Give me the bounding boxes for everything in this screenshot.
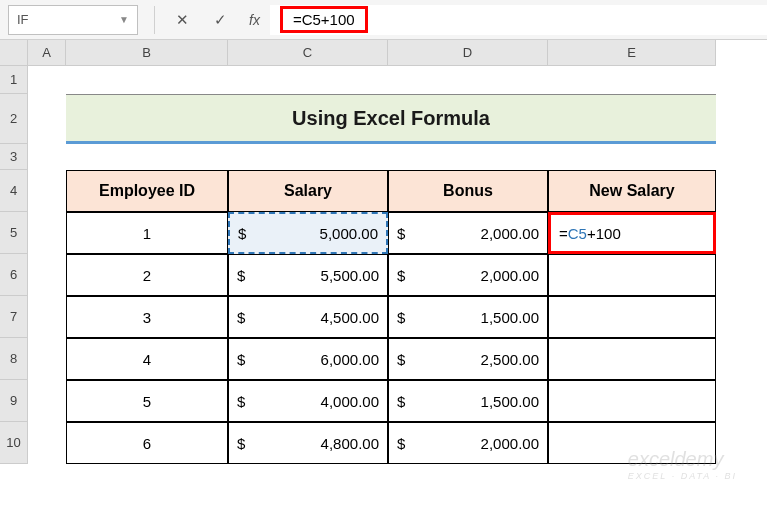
table-header-b[interactable]: Employee ID — [66, 170, 228, 212]
cell-b10[interactable]: 6 — [66, 422, 228, 464]
row-header-6[interactable]: 6 — [0, 254, 28, 296]
row-headers: 12345678910 — [0, 66, 28, 464]
cell-e8[interactable] — [548, 338, 716, 380]
name-box-value: IF — [17, 12, 29, 27]
formula-bar: IF ▼ ✕ ✓ fx =C5+100 — [0, 0, 767, 40]
formula-highlight: =C5+100 — [280, 6, 368, 33]
table-header-c[interactable]: Salary — [228, 170, 388, 212]
grid-area: 12345678910 ABCDE Using Excel FormulaEmp… — [0, 40, 767, 511]
row-header-3[interactable]: 3 — [0, 144, 28, 170]
cell-e6[interactable] — [548, 254, 716, 296]
cell-c8[interactable]: $6,000.00 — [228, 338, 388, 380]
cell-e10[interactable] — [548, 422, 716, 464]
cell-b7[interactable]: 3 — [66, 296, 228, 338]
left-col: 12345678910 — [0, 40, 28, 511]
row-header-8[interactable]: 8 — [0, 338, 28, 380]
cell-c9[interactable]: $4,000.00 — [228, 380, 388, 422]
row-header-9[interactable]: 9 — [0, 380, 28, 422]
cell-c5[interactable]: $5,000.00 — [228, 212, 388, 254]
cancel-icon[interactable]: ✕ — [169, 7, 195, 33]
column-header-b[interactable]: B — [66, 40, 228, 66]
cell-e7[interactable] — [548, 296, 716, 338]
name-box[interactable]: IF ▼ — [8, 5, 138, 35]
cell-e5[interactable]: =C5+100 — [548, 212, 716, 254]
row-header-4[interactable]: 4 — [0, 170, 28, 212]
cell-d6[interactable]: $2,000.00 — [388, 254, 548, 296]
cell-d10[interactable]: $2,000.00 — [388, 422, 548, 464]
column-header-e[interactable]: E — [548, 40, 716, 66]
page-title: Using Excel Formula — [66, 94, 716, 144]
formula-text-prefix: = — [293, 11, 302, 28]
column-header-c[interactable]: C — [228, 40, 388, 66]
cell-b5[interactable]: 1 — [66, 212, 228, 254]
cell-d7[interactable]: $1,500.00 — [388, 296, 548, 338]
cell-c7[interactable]: $4,500.00 — [228, 296, 388, 338]
right-col: ABCDE Using Excel FormulaEmployee IDSala… — [28, 40, 767, 511]
cell-d5[interactable]: $2,000.00 — [388, 212, 548, 254]
row-header-7[interactable]: 7 — [0, 296, 28, 338]
cell-d8[interactable]: $2,500.00 — [388, 338, 548, 380]
cell-d9[interactable]: $1,500.00 — [388, 380, 548, 422]
cell-e9[interactable] — [548, 380, 716, 422]
formula-input[interactable]: =C5+100 — [270, 5, 767, 35]
column-headers: ABCDE — [28, 40, 767, 66]
row-header-1[interactable]: 1 — [0, 66, 28, 94]
select-all-corner[interactable] — [0, 40, 28, 66]
divider — [154, 6, 155, 34]
name-box-dropdown-icon[interactable]: ▼ — [119, 14, 129, 25]
column-header-d[interactable]: D — [388, 40, 548, 66]
cell-c6[interactable]: $5,500.00 — [228, 254, 388, 296]
formula-text-ref: C5 — [302, 11, 321, 28]
cell-b8[interactable]: 4 — [66, 338, 228, 380]
enter-icon[interactable]: ✓ — [207, 7, 233, 33]
column-header-a[interactable]: A — [28, 40, 66, 66]
fx-icon[interactable]: fx — [249, 12, 260, 28]
formula-text-suffix: +100 — [321, 11, 355, 28]
table-header-d[interactable]: Bonus — [388, 170, 548, 212]
row-header-10[interactable]: 10 — [0, 422, 28, 464]
table-header-e[interactable]: New Salary — [548, 170, 716, 212]
cell-b6[interactable]: 2 — [66, 254, 228, 296]
cell-b9[interactable]: 5 — [66, 380, 228, 422]
row-header-5[interactable]: 5 — [0, 212, 28, 254]
cell-c10[interactable]: $4,800.00 — [228, 422, 388, 464]
row-header-2[interactable]: 2 — [0, 94, 28, 144]
